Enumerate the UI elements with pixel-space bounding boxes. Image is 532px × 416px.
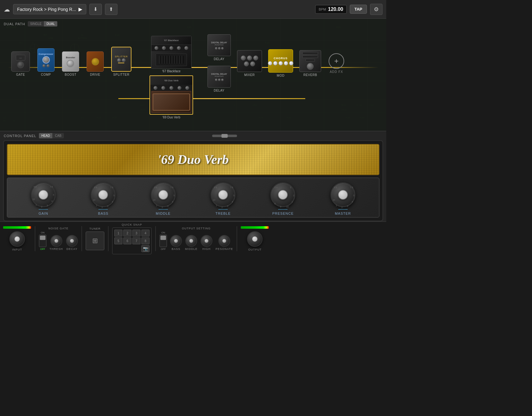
duoverb-label: '69 Duo Verb xyxy=(162,116,180,119)
comp-label: COMP xyxy=(41,73,51,76)
svg-text:R7: R7 xyxy=(44,34,47,36)
mod-pedal[interactable]: CHORUS MOD xyxy=(268,49,293,77)
svg-text:4: 4 xyxy=(232,201,233,203)
output-pesonate-knob[interactable] xyxy=(218,235,230,247)
input-knob[interactable] xyxy=(9,231,25,247)
snap-btn-1[interactable]: 1 xyxy=(114,230,122,237)
dual-path-button[interactable]: DUAL xyxy=(44,21,57,26)
splitter-pedal[interactable]: SPLITTER SPLITTER xyxy=(111,47,131,76)
output-knob[interactable] xyxy=(247,231,263,247)
ng-on-label: ON xyxy=(41,231,45,234)
output-bass-knob[interactable] xyxy=(170,235,182,247)
play-button[interactable]: ▶ xyxy=(78,6,82,12)
presence-knob[interactable]: 5 4 3 2 1 10 9 8 xyxy=(270,182,295,207)
output-toggle[interactable] xyxy=(159,235,167,247)
svg-text:1k: 1k xyxy=(12,119,15,122)
master-knob[interactable]: 9 8 7 6 5 4 3 2 1 10 xyxy=(330,182,355,207)
snap-btn-2[interactable]: 2 xyxy=(123,230,131,237)
snap-btn-3[interactable]: 3 xyxy=(132,230,140,237)
top-bar: ☁ Factory Rock > Ping Pong R... ▶ ⬇ ⬆ BP… xyxy=(0,0,386,19)
snap-btn-8[interactable]: 8 xyxy=(141,237,150,244)
blackface-amp[interactable]: '67 Blackface '67 Blackface xyxy=(151,36,192,73)
comp-pedal[interactable]: Compressor COMP xyxy=(37,48,55,76)
download-icon: ⬇ xyxy=(93,6,97,12)
output-high-knob[interactable] xyxy=(201,235,212,247)
reverb-label: REVERB xyxy=(303,73,317,77)
divider-5 xyxy=(237,226,237,251)
output-label: OUTPUT xyxy=(248,248,262,251)
svg-text:6. 81: 6. 81 xyxy=(357,104,362,107)
cab-button[interactable]: CAB xyxy=(52,133,64,138)
delay-bottom-label: DELAY xyxy=(214,89,225,92)
snap-btn-5[interactable]: 5 xyxy=(114,237,122,244)
settings-button[interactable]: ⚙ xyxy=(370,4,382,15)
tuner-button[interactable]: ⊞ xyxy=(86,232,104,250)
output-setting-section: OUTPUT SETTING ON OFF BASS MIDDLE HIGH xyxy=(159,227,233,251)
snap-camera-button[interactable]: 📷 xyxy=(141,245,150,252)
svg-text:15Ω: 15Ω xyxy=(252,104,257,107)
snap-btn-4[interactable]: 4 xyxy=(141,230,150,237)
amp-display: '69 Duo Verb 9 8 7 6 5 4 3 2 xyxy=(3,140,383,221)
treble-knob[interactable]: 9 8 7 6 5 4 3 2 1 10 xyxy=(211,182,235,207)
master-label: MASTER xyxy=(335,212,351,215)
drive-pedal[interactable]: DRIVE xyxy=(87,51,104,76)
svg-text:8: 8 xyxy=(274,203,276,205)
mod-label: MOD xyxy=(277,74,285,77)
svg-text:4: 4 xyxy=(172,201,173,203)
output-bass-label: BASS xyxy=(172,247,180,251)
delay-bottom-pedal[interactable]: DIGITAL DELAYPOSITIVO DELAY xyxy=(207,66,231,92)
path-toggle-group: SINGLE DUAL xyxy=(28,21,57,26)
decay-knob[interactable] xyxy=(66,235,78,247)
snap-btn-7[interactable]: 7 xyxy=(132,237,140,244)
output-middle-knob[interactable] xyxy=(185,235,197,247)
snap-grid: 1 2 3 4 5 6 7 8 📷 xyxy=(112,227,152,254)
control-panel-header: CONTROL PANEL HEAD CAB xyxy=(0,131,386,140)
svg-text:R33: R33 xyxy=(360,116,364,119)
svg-text:3: 3 xyxy=(47,204,48,207)
thresh-knob[interactable] xyxy=(50,235,62,247)
upload-button[interactable]: ⬆ xyxy=(105,4,117,15)
amp-controls-row: 9 8 7 6 5 4 3 2 1 10 GAIN xyxy=(7,178,379,218)
svg-text:1: 1 xyxy=(36,204,37,206)
bpm-value[interactable]: 120.00 xyxy=(328,7,343,12)
tap-button[interactable]: TAP xyxy=(350,5,367,14)
svg-text:10M: 10M xyxy=(48,37,53,40)
gain-knob[interactable]: 9 8 7 6 5 4 3 2 1 10 xyxy=(31,182,56,207)
svg-text:R30: R30 xyxy=(287,116,291,119)
amp-name-text: '69 Duo Verb xyxy=(158,152,229,167)
mixer-pedal[interactable]: MIXER xyxy=(237,50,262,77)
svg-text:10: 10 xyxy=(93,199,95,201)
delay-stack: DIGITAL DELAYPOSITIVO DELAY DIGITAL DELA… xyxy=(206,34,233,92)
head-button[interactable]: HEAD xyxy=(39,133,53,138)
cloud-button[interactable]: ☁ xyxy=(4,6,10,13)
output-high-label: HIGH xyxy=(202,247,211,251)
reverb-pedal[interactable]: REVERB xyxy=(299,50,321,77)
preset-selector[interactable]: Factory Rock > Ping Pong R... ▶ xyxy=(13,4,86,14)
preset-path-text: Factory Rock > Ping Pong R... xyxy=(17,7,76,12)
svg-text:10: 10 xyxy=(32,198,35,200)
noise-gate-toggle[interactable] xyxy=(39,235,46,247)
quick-snap-section: QUICK SNAP 1 2 3 4 5 6 7 8 📷 xyxy=(112,223,152,254)
svg-text:150Ω: 150Ω xyxy=(341,108,347,111)
svg-text:R15: R15 xyxy=(97,116,101,119)
svg-text:7 6: 7 6 xyxy=(50,186,53,188)
download-button[interactable]: ⬇ xyxy=(89,4,102,15)
duoverb-amp[interactable]: '69 Duo Verb '69 Duo Verb xyxy=(150,75,193,119)
snap-btn-6[interactable]: 6 xyxy=(123,237,131,244)
gate-pedal[interactable]: — GATE xyxy=(11,51,30,76)
delay-top-pedal[interactable]: DIGITAL DELAYPOSITIVO DELAY xyxy=(207,34,231,61)
input-meter xyxy=(3,226,31,229)
bottom-bar: INPUT NOISE GATE ON OFF THRESH DECAY xyxy=(0,221,386,256)
boost-pedal[interactable]: Booster BOOST xyxy=(62,51,79,76)
svg-text:9 8: 9 8 xyxy=(94,186,97,189)
svg-text:4: 4 xyxy=(51,200,53,202)
input-section: INPUT xyxy=(3,226,31,251)
output-on-label: ON xyxy=(161,231,165,234)
add-fx-button[interactable]: + ADD FX xyxy=(329,53,344,74)
single-path-button[interactable]: SINGLE xyxy=(28,21,44,26)
noise-gate-section: NOISE GATE ON OFF THRESH DECAY xyxy=(39,227,78,251)
svg-text:1: 1 xyxy=(156,204,157,207)
middle-knob[interactable]: 9 8 7 6 5 4 3 2 1 10 xyxy=(151,182,176,207)
bpm-label: BPM xyxy=(319,7,326,11)
bass-knob[interactable]: 9 8 7 6 5 4 3 2 1 10 xyxy=(91,182,116,207)
